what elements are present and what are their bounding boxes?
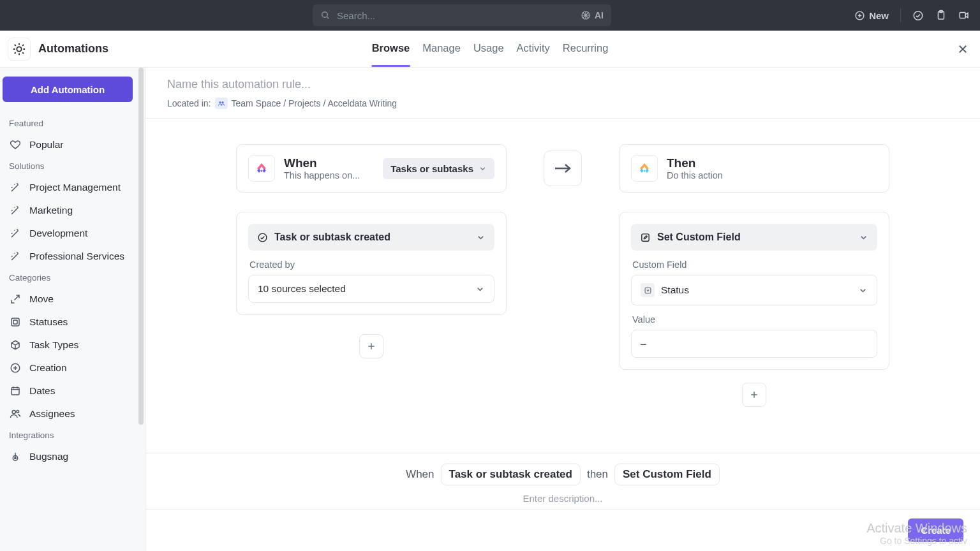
tab-manage[interactable]: Manage bbox=[422, 31, 461, 67]
sidebar-item-label: Move bbox=[29, 293, 54, 305]
svg-point-10 bbox=[17, 47, 21, 51]
chevron-down-icon bbox=[476, 233, 486, 242]
when-subtitle: This happens on... bbox=[284, 170, 360, 180]
svg-point-6 bbox=[914, 11, 923, 20]
when-scope-selector[interactable]: Tasks or subtasks bbox=[383, 158, 494, 179]
sidebar-item-label: Statuses bbox=[29, 316, 68, 328]
clickup-logo-icon bbox=[631, 155, 658, 182]
sidebar-item-project-management[interactable]: Project Management bbox=[3, 176, 138, 199]
sidebar-item-marketing[interactable]: Marketing bbox=[3, 199, 138, 222]
wand-icon bbox=[9, 228, 22, 239]
custom-field-selector[interactable]: Status bbox=[631, 275, 877, 305]
calendar-icon bbox=[9, 385, 22, 397]
edit-square-icon bbox=[640, 232, 651, 243]
svg-rect-32 bbox=[642, 233, 649, 240]
sidebar-item-statuses[interactable]: Statuses bbox=[3, 311, 138, 334]
sidebar-item-label: Task Types bbox=[29, 339, 78, 351]
created-by-selector[interactable]: 10 sources selected bbox=[248, 275, 494, 303]
add-action-button[interactable] bbox=[742, 383, 766, 407]
people-icon bbox=[9, 408, 22, 420]
sidebar-scrollbar[interactable] bbox=[138, 68, 144, 425]
close-button[interactable] bbox=[957, 43, 969, 55]
new-button[interactable]: New bbox=[854, 10, 889, 21]
svg-point-26 bbox=[219, 101, 221, 103]
sidebar-item-label: Creation bbox=[29, 362, 67, 374]
then-title: Then bbox=[667, 156, 723, 170]
svg-point-28 bbox=[258, 233, 267, 242]
then-subtitle: Do this action bbox=[667, 170, 723, 180]
svg-point-23 bbox=[17, 410, 19, 413]
trigger-selector[interactable]: Task or subtask created bbox=[248, 224, 494, 251]
breadcrumb-path[interactable]: Team Space / Projects / Acceldata Writin… bbox=[232, 98, 397, 108]
create-button[interactable]: Create bbox=[908, 518, 963, 542]
sidebar-item-professional-services[interactable]: Professional Services bbox=[3, 245, 138, 268]
when-title: When bbox=[284, 156, 360, 170]
check-circle-icon bbox=[257, 232, 268, 243]
summary-action-pill[interactable]: Set Custom Field bbox=[614, 464, 720, 485]
sidebar-item-label: Project Management bbox=[29, 182, 121, 193]
summary-bar: When Task or subtask created then Set Cu… bbox=[145, 453, 980, 509]
tab-usage[interactable]: Usage bbox=[473, 31, 504, 67]
clipboard-icon[interactable] bbox=[935, 10, 947, 21]
sidebar-item-creation[interactable]: Creation bbox=[3, 356, 138, 379]
trigger-card: Task or subtask created Created by 10 so… bbox=[236, 212, 507, 315]
status-icon bbox=[9, 316, 22, 328]
when-header-card: When This happens on... Tasks or subtask… bbox=[236, 144, 507, 193]
wand-icon bbox=[9, 251, 22, 262]
tab-browse[interactable]: Browse bbox=[372, 31, 410, 67]
sidebar-item-dates[interactable]: Dates bbox=[3, 379, 138, 402]
video-icon[interactable] bbox=[958, 10, 970, 21]
add-condition-button[interactable] bbox=[359, 334, 383, 358]
arrow-connector bbox=[544, 151, 582, 186]
description-input[interactable] bbox=[435, 493, 690, 504]
tab-activity[interactable]: Activity bbox=[517, 31, 550, 67]
value-label: Value bbox=[632, 314, 876, 325]
location-breadcrumb: Located in: Team Space / Projects / Acce… bbox=[145, 94, 980, 119]
sidebar-item-label: Development bbox=[29, 228, 87, 239]
heart-icon bbox=[9, 139, 22, 151]
ai-badge[interactable]: AI bbox=[581, 10, 604, 20]
search-icon bbox=[320, 10, 330, 20]
sidebar-item-popular[interactable]: Popular bbox=[3, 133, 138, 156]
divider bbox=[900, 8, 901, 22]
bugsnag-icon bbox=[9, 451, 22, 462]
action-selector[interactable]: Set Custom Field bbox=[631, 224, 877, 251]
svg-line-1 bbox=[327, 17, 329, 18]
svg-rect-14 bbox=[13, 320, 17, 324]
check-circle-icon[interactable] bbox=[912, 10, 924, 21]
action-card: Set Custom Field Custom Field Status Val… bbox=[619, 212, 889, 370]
svg-point-0 bbox=[322, 12, 328, 18]
header-tabs: Browse Manage Usage Activity Recurring bbox=[372, 31, 609, 67]
wand-icon bbox=[9, 205, 22, 216]
section-solutions: Solutions bbox=[3, 156, 138, 176]
search-input[interactable] bbox=[337, 10, 581, 21]
team-space-icon bbox=[215, 98, 228, 109]
sidebar-item-label: Popular bbox=[29, 139, 63, 151]
automation-name-input[interactable] bbox=[167, 78, 958, 91]
dropdown-field-icon bbox=[641, 283, 655, 297]
chevron-down-icon bbox=[475, 284, 485, 294]
plus-circle-icon bbox=[9, 362, 22, 374]
sidebar-item-assignees[interactable]: Assignees bbox=[3, 402, 138, 425]
page-title: Automations bbox=[38, 42, 108, 55]
tab-recurring[interactable]: Recurring bbox=[563, 31, 609, 67]
sidebar-item-label: Professional Services bbox=[29, 251, 124, 262]
svg-point-22 bbox=[12, 410, 15, 413]
svg-point-25 bbox=[15, 457, 16, 459]
chevron-down-icon bbox=[479, 165, 487, 173]
sidebar-item-task-types[interactable]: Task Types bbox=[3, 334, 138, 356]
summary-trigger-pill[interactable]: Task or subtask created bbox=[441, 464, 581, 485]
chevron-down-icon bbox=[859, 233, 868, 242]
svg-rect-18 bbox=[11, 388, 19, 395]
value-selector[interactable]: – bbox=[631, 330, 877, 358]
add-automation-button[interactable]: Add Automation bbox=[3, 77, 133, 102]
sidebar-item-bugsnag[interactable]: Bugsnag bbox=[3, 445, 138, 468]
chevron-down-icon bbox=[858, 286, 868, 295]
clickup-logo-icon bbox=[248, 155, 275, 182]
sidebar-item-label: Marketing bbox=[29, 205, 73, 216]
sidebar-item-development[interactable]: Development bbox=[3, 222, 138, 245]
created-by-label: Created by bbox=[249, 260, 493, 270]
section-featured: Featured bbox=[3, 114, 138, 133]
global-search[interactable]: AI bbox=[313, 4, 611, 26]
sidebar-item-move[interactable]: Move bbox=[3, 288, 138, 311]
